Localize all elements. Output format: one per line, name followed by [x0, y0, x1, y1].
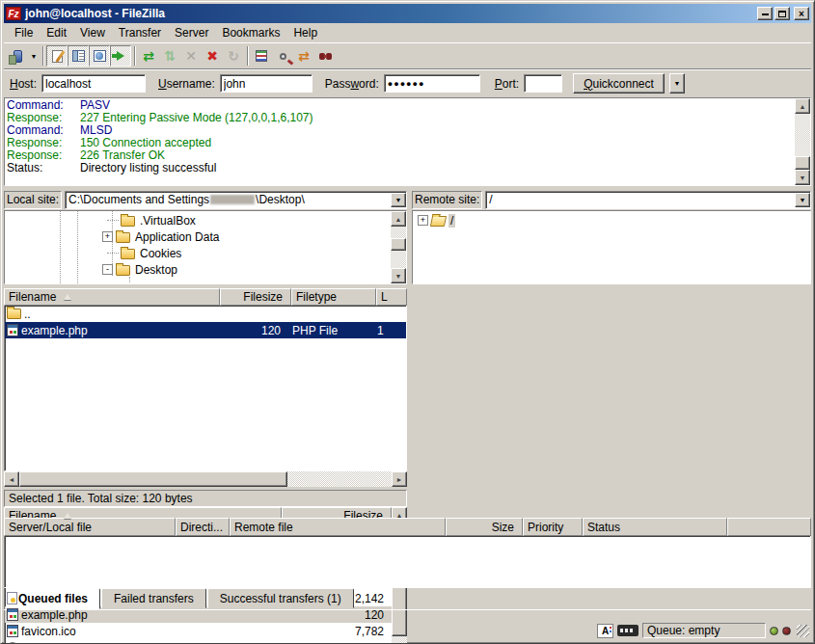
remote-path-combo[interactable]: / ▼ — [485, 191, 811, 209]
local-path-dropdown-icon[interactable]: ▼ — [391, 193, 406, 207]
local-list-header: Filename Filesize Filetype L — [4, 288, 407, 306]
queue-tabs: Queued files Failed transfers Successful… — [4, 588, 811, 609]
column-filename[interactable]: Filename — [4, 288, 220, 306]
column-last-modified[interactable]: L — [376, 288, 407, 306]
local-path-combo[interactable]: C:\Documents and Settings\Desktop\ ▼ — [65, 191, 407, 209]
tree-guide-line — [129, 277, 130, 283]
site-manager-icon — [14, 50, 22, 63]
receive-activity-led-icon — [770, 627, 778, 635]
column-filesize[interactable]: Filesize — [220, 288, 291, 306]
menu-bookmarks[interactable]: Bookmarks — [215, 24, 286, 41]
sort-ascending-icon — [64, 513, 71, 519]
column-priority[interactable]: Priority — [523, 518, 583, 536]
scroll-down-icon[interactable]: ▼ — [795, 170, 810, 185]
maximize-button[interactable] — [774, 7, 790, 20]
resize-grip[interactable] — [797, 625, 809, 637]
queue-status-text: Queue: empty — [642, 623, 766, 638]
menu-edit[interactable]: Edit — [40, 24, 73, 41]
menu-transfer[interactable]: Transfer — [112, 24, 168, 41]
title-bar[interactable]: Fz john@localhost - FileZilla × — [4, 4, 811, 23]
host-label: Host: — [10, 77, 37, 91]
minimize-button[interactable] — [757, 7, 773, 20]
column-size[interactable]: Size — [446, 518, 523, 536]
synchronized-browsing-button[interactable]: ⇄ — [293, 45, 314, 67]
expand-icon[interactable]: + — [102, 231, 113, 242]
local-tree-pane: Local site: C:\Documents and Settings\De… — [4, 190, 407, 284]
cancel-button[interactable]: ✕ — [180, 45, 202, 67]
menu-help[interactable]: Help — [286, 24, 324, 41]
column-remote-file[interactable]: Remote file — [230, 518, 446, 536]
scroll-up-icon[interactable]: ▲ — [795, 98, 810, 114]
site-manager-button[interactable] — [7, 45, 28, 67]
quickconnect-dropdown[interactable]: ▼ — [669, 73, 685, 94]
log-scrollbar[interactable]: ▲ ▼ — [795, 98, 810, 185]
file-list-section: Filename Filesize Filetype L .. example.… — [4, 288, 811, 507]
toggle-message-log-button[interactable] — [46, 45, 68, 67]
message-log-body: Command:PASV Response:227 Entering Passi… — [5, 98, 795, 185]
site-manager-dropdown[interactable]: ▼ — [28, 45, 40, 67]
scroll-up-icon[interactable]: ▲ — [391, 211, 406, 227]
scroll-thumb[interactable] — [19, 471, 287, 487]
tree-item-application-data[interactable]: +Application Data — [5, 228, 391, 245]
filter-button[interactable] — [251, 45, 272, 67]
tree-item-root[interactable]: +/ — [413, 212, 810, 228]
host-input[interactable] — [41, 74, 146, 93]
tree-item-virtualbox[interactable]: .VirtualBox — [5, 212, 391, 228]
port-input[interactable] — [524, 74, 562, 93]
tab-failed-transfers[interactable]: Failed transfers — [101, 588, 206, 608]
process-queue-button[interactable]: ⇅ — [159, 45, 180, 67]
quickconnect-bar: Host: Username: Password: Port: Quickcon… — [4, 68, 811, 97]
tree-item-cookies[interactable]: Cookies — [5, 245, 391, 261]
column-status[interactable]: Status — [583, 518, 727, 536]
column-spacer — [727, 518, 811, 536]
quickconnect-button[interactable]: Quickconnect — [573, 73, 665, 94]
file-row-parent-dir[interactable]: .. — [5, 306, 406, 322]
local-path-value: C:\Documents and Settings\Desktop\ — [66, 193, 391, 206]
close-button[interactable]: × — [794, 7, 809, 20]
scroll-thumb[interactable] — [391, 238, 406, 251]
folder-icon — [7, 309, 21, 319]
compare-directories-button[interactable] — [272, 45, 293, 67]
refresh-button[interactable]: ⇄ — [138, 45, 159, 67]
reconnect-button[interactable]: ↻ — [223, 45, 244, 67]
remote-site-label: Remote site: — [412, 191, 482, 209]
file-row-example-php[interactable]: example.php 120 PHP File 1 — [5, 322, 406, 338]
tree-item-desktop[interactable]: -Desktop — [5, 261, 391, 278]
tab-queued-files[interactable]: Queued files — [6, 588, 100, 609]
password-input[interactable] — [384, 74, 480, 93]
scroll-down-icon[interactable]: ▼ — [391, 268, 406, 283]
sort-ascending-icon — [64, 294, 71, 300]
transfer-type-indicator-icon[interactable]: A — [597, 624, 613, 638]
column-filetype[interactable]: Filetype — [291, 288, 376, 306]
menu-view[interactable]: View — [73, 24, 112, 41]
toolbar-separator — [42, 46, 43, 66]
toolbar: ▼ ⇄ ⇅ ✕ ✖ ↻ ⇄ — [4, 43, 811, 68]
toggle-queue-button[interactable] — [110, 45, 131, 67]
column-direction[interactable]: Directi... — [176, 518, 230, 536]
local-tree-scrollbar[interactable]: ▲ ▼ — [391, 211, 406, 283]
local-tree-icon — [72, 50, 85, 62]
queue-list — [4, 536, 811, 588]
find-files-button[interactable] — [314, 45, 336, 67]
local-horizontal-scrollbar[interactable]: ◄ ► — [4, 471, 407, 487]
disconnect-button[interactable]: ✖ — [202, 45, 223, 67]
remote-path-dropdown-icon[interactable]: ▼ — [795, 193, 810, 207]
menu-server[interactable]: Server — [168, 24, 215, 41]
toggle-remote-tree-button[interactable] — [89, 45, 110, 67]
toggle-local-tree-button[interactable] — [68, 45, 89, 67]
reconnect-icon: ↻ — [228, 49, 239, 63]
expand-icon[interactable]: + — [418, 215, 428, 226]
redacted-username — [210, 195, 255, 204]
username-input[interactable] — [220, 74, 312, 93]
horizontal-splitter[interactable] — [4, 507, 811, 514]
close-icon: × — [799, 9, 804, 19]
scroll-thumb[interactable] — [795, 156, 810, 170]
menu-file[interactable]: File — [8, 24, 40, 41]
scroll-left-icon[interactable]: ◄ — [4, 471, 19, 487]
remote-directory-tree: +/ — [412, 210, 811, 284]
column-server-local-file[interactable]: Server/Local file — [4, 518, 176, 536]
tab-successful-transfers[interactable]: Successful transfers (1) — [207, 588, 354, 608]
collapse-icon[interactable]: - — [102, 264, 113, 275]
scroll-right-icon[interactable]: ► — [392, 471, 407, 487]
speed-limit-icon[interactable] — [617, 625, 638, 636]
